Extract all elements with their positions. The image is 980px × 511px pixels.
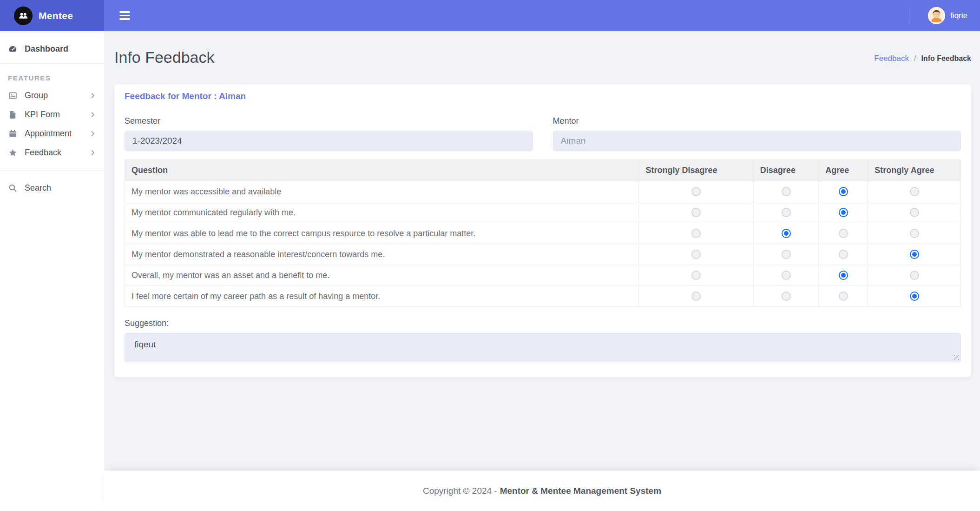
sidebar-item-label: Appointment: [25, 129, 72, 139]
sidebar-item-dashboard[interactable]: Dashboard: [0, 39, 104, 59]
navbar-divider: [909, 7, 909, 24]
radio-button[interactable]: [782, 208, 791, 217]
radio-button[interactable]: [910, 208, 919, 217]
radio-button[interactable]: [691, 187, 701, 196]
column-header-disagree: Disagree: [753, 160, 818, 181]
chevron-right-icon: [89, 111, 97, 119]
sidebar-item-feedback[interactable]: Feedback: [0, 143, 104, 162]
radio-button[interactable]: [910, 250, 919, 259]
radio-button[interactable]: [839, 208, 848, 217]
brand-header[interactable]: Mentee: [0, 0, 104, 31]
table-row: My mentor demonstrated a reasonable inte…: [125, 244, 961, 265]
file-icon: [8, 110, 18, 119]
radio-button[interactable]: [839, 271, 848, 280]
sidebar-section-label: FEATURES: [0, 68, 104, 86]
form-row: Semester 1-2023/2024 Mentor Aiman: [125, 116, 961, 151]
table-row: I feel more certain of my career path as…: [125, 286, 961, 307]
image-icon: [8, 91, 18, 100]
main-column: fiqrie Info Feedback Feedback / Info Fee…: [104, 0, 980, 511]
mentor-field-group: Mentor Aiman: [553, 116, 961, 151]
radio-button[interactable]: [691, 250, 701, 259]
suggestion-textarea[interactable]: fiqeut: [125, 333, 961, 362]
user-avatar[interactable]: [928, 7, 945, 24]
brand-name: Mentee: [39, 10, 73, 21]
semester-field-group: Semester 1-2023/2024: [125, 116, 533, 151]
calendar-icon: [8, 129, 18, 139]
question-text: My mentor demonstrated a reasonable inte…: [125, 244, 639, 265]
radio-button[interactable]: [839, 292, 848, 301]
feedback-card: Feedback for Mentor : Aiman Semester 1-2…: [114, 84, 971, 377]
page-title: Info Feedback: [114, 48, 214, 66]
top-navbar: fiqrie: [104, 0, 980, 31]
app-window: Mentee Dashboard FEATURES: [0, 0, 980, 511]
breadcrumb-current: Info Feedback: [921, 54, 971, 63]
sidebar-item-label: Search: [25, 183, 51, 193]
sidebar-item-search[interactable]: Search: [0, 179, 104, 198]
radio-button[interactable]: [691, 229, 701, 238]
sidebar-item-label: Dashboard: [25, 44, 68, 54]
suggestion-label: Suggestion:: [125, 319, 961, 328]
breadcrumb-feedback-link[interactable]: Feedback: [874, 54, 909, 63]
table-header-row: Question Strongly Disagree Disagree Agre…: [125, 160, 961, 181]
search-icon: [8, 183, 18, 193]
question-text: My mentor communicated regularly with me…: [125, 202, 639, 223]
radio-button[interactable]: [691, 292, 701, 301]
radio-button[interactable]: [910, 229, 919, 238]
radio-button[interactable]: [910, 271, 919, 280]
radio-button[interactable]: [691, 208, 701, 217]
column-header-strongly-disagree: Strongly Disagree: [639, 160, 753, 181]
radio-button[interactable]: [839, 187, 848, 196]
radio-button[interactable]: [839, 250, 848, 259]
question-text: Overall, my mentor was an asset and a be…: [125, 265, 639, 286]
breadcrumb-separator: /: [914, 54, 916, 63]
radio-button[interactable]: [910, 187, 919, 196]
sidebar-item-label: Feedback: [25, 148, 61, 158]
sidebar-item-kpi-form[interactable]: KPI Form: [0, 105, 104, 124]
radio-button[interactable]: [782, 187, 791, 196]
table-row: My mentor was able to lead me to the cor…: [125, 223, 961, 244]
sidebar-menu: Dashboard FEATURES Group: [0, 31, 104, 198]
page-content: Info Feedback Feedback / Info Feedback F…: [104, 31, 980, 471]
semester-input[interactable]: 1-2023/2024: [125, 131, 533, 151]
chevron-right-icon: [89, 130, 97, 138]
hamburger-menu-icon[interactable]: [118, 9, 132, 22]
app-name-text: Mentor & Mentee Management System: [500, 486, 661, 496]
breadcrumb: Feedback / Info Feedback: [874, 51, 971, 63]
card-title: Feedback for Mentor : Aiman: [125, 91, 961, 101]
table-row: My mentor was accessible and available: [125, 181, 961, 202]
column-header-agree: Agree: [819, 160, 868, 181]
column-header-strongly-agree: Strongly Agree: [868, 160, 961, 181]
mentor-label: Mentor: [553, 116, 961, 126]
dashboard-icon: [8, 44, 18, 54]
copyright-text: Copyright © 2024 -: [423, 486, 497, 496]
semester-label: Semester: [125, 116, 533, 126]
sidebar: Mentee Dashboard FEATURES: [0, 0, 104, 511]
navbar-user-area: fiqrie: [909, 7, 967, 24]
radio-button[interactable]: [839, 229, 848, 238]
chevron-right-icon: [89, 92, 97, 100]
page-footer: Copyright © 2024 - Mentor & Mentee Manag…: [104, 471, 980, 511]
feedback-survey-table: Question Strongly Disagree Disagree Agre…: [125, 159, 961, 307]
radio-button[interactable]: [691, 271, 701, 280]
mentor-input[interactable]: Aiman: [553, 131, 961, 151]
sidebar-item-group[interactable]: Group: [0, 86, 104, 105]
radio-button[interactable]: [910, 292, 919, 301]
column-header-question: Question: [125, 160, 639, 181]
sidebar-divider: [0, 170, 104, 171]
question-text: I feel more certain of my career path as…: [125, 286, 639, 307]
radio-button[interactable]: [782, 271, 791, 280]
table-row: My mentor communicated regularly with me…: [125, 202, 961, 223]
user-name[interactable]: fiqrie: [950, 11, 967, 20]
sidebar-item-appointment[interactable]: Appointment: [0, 124, 104, 143]
sidebar-item-label: KPI Form: [25, 110, 60, 119]
star-icon: [8, 148, 18, 158]
question-text: My mentor was able to lead me to the cor…: [125, 223, 639, 244]
chevron-right-icon: [89, 149, 97, 157]
page-header: Info Feedback Feedback / Info Feedback: [114, 31, 971, 66]
table-row: Overall, my mentor was an asset and a be…: [125, 265, 961, 286]
radio-button[interactable]: [782, 250, 791, 259]
radio-button[interactable]: [782, 229, 791, 238]
radio-button[interactable]: [782, 292, 791, 301]
mentee-logo-icon: [14, 7, 33, 25]
question-text: My mentor was accessible and available: [125, 181, 639, 202]
